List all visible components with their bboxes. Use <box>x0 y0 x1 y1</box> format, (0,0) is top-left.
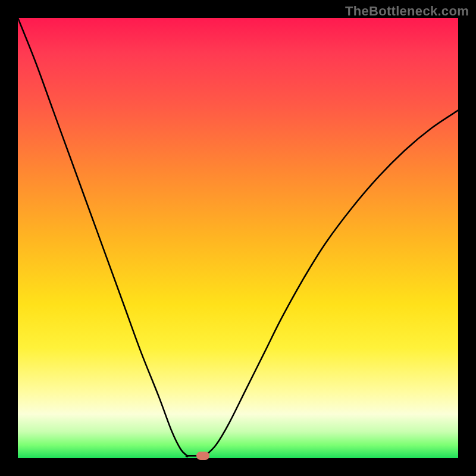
plot-area <box>18 18 458 458</box>
chart-frame: TheBottleneck.com <box>0 0 476 476</box>
attribution-watermark: TheBottleneck.com <box>345 4 469 19</box>
bottleneck-curve <box>18 18 458 458</box>
curve-path <box>18 18 458 457</box>
optimal-marker <box>196 452 209 460</box>
